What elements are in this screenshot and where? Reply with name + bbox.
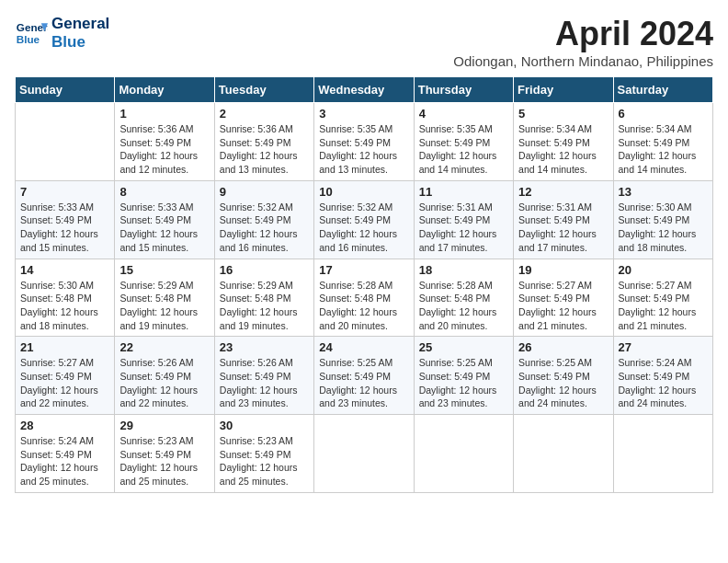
- day-number: 4: [419, 107, 508, 121]
- header-cell-monday: Monday: [115, 77, 214, 103]
- calendar-cell: 29Sunrise: 5:23 AM Sunset: 5:49 PM Dayli…: [115, 415, 214, 493]
- calendar-cell: 1Sunrise: 5:36 AM Sunset: 5:49 PM Daylig…: [115, 103, 214, 181]
- calendar-cell: 22Sunrise: 5:26 AM Sunset: 5:49 PM Dayli…: [115, 337, 214, 415]
- day-info: Sunrise: 5:26 AM Sunset: 5:49 PM Dayligh…: [220, 356, 309, 410]
- day-info: Sunrise: 5:28 AM Sunset: 5:48 PM Dayligh…: [319, 279, 408, 333]
- calendar-cell: 25Sunrise: 5:25 AM Sunset: 5:49 PM Dayli…: [414, 337, 513, 415]
- day-info: Sunrise: 5:36 AM Sunset: 5:49 PM Dayligh…: [119, 122, 209, 177]
- calendar-cell: 12Sunrise: 5:31 AM Sunset: 5:49 PM Dayli…: [514, 180, 613, 259]
- calendar-cell: [514, 415, 613, 493]
- week-row-4: 21Sunrise: 5:27 AM Sunset: 5:49 PM Dayli…: [16, 337, 713, 415]
- day-number: 27: [619, 340, 708, 354]
- day-info: Sunrise: 5:31 AM Sunset: 5:49 PM Dayligh…: [419, 201, 508, 255]
- calendar-cell: 15Sunrise: 5:29 AM Sunset: 5:48 PM Dayli…: [115, 259, 214, 337]
- calendar-cell: 4Sunrise: 5:35 AM Sunset: 5:49 PM Daylig…: [414, 103, 513, 181]
- calendar-title: April 2024: [453, 15, 713, 53]
- day-number: 1: [119, 107, 209, 121]
- day-number: 5: [518, 107, 608, 121]
- calendar-table: SundayMondayTuesdayWednesdayThursdayFrid…: [15, 76, 713, 493]
- calendar-cell: 30Sunrise: 5:23 AM Sunset: 5:49 PM Dayli…: [214, 415, 313, 493]
- day-info: Sunrise: 5:27 AM Sunset: 5:49 PM Dayligh…: [619, 279, 708, 333]
- day-number: 25: [419, 340, 508, 354]
- day-info: Sunrise: 5:30 AM Sunset: 5:49 PM Dayligh…: [619, 201, 708, 255]
- calendar-body: 1Sunrise: 5:36 AM Sunset: 5:49 PM Daylig…: [16, 103, 713, 493]
- header-cell-sunday: Sunday: [16, 77, 115, 103]
- day-info: Sunrise: 5:29 AM Sunset: 5:48 PM Dayligh…: [220, 279, 309, 333]
- week-row-1: 1Sunrise: 5:36 AM Sunset: 5:49 PM Daylig…: [16, 103, 713, 181]
- day-info: Sunrise: 5:27 AM Sunset: 5:49 PM Dayligh…: [20, 356, 109, 410]
- week-row-3: 14Sunrise: 5:30 AM Sunset: 5:48 PM Dayli…: [16, 259, 713, 337]
- logo: General Blue General Blue: [15, 15, 109, 52]
- calendar-cell: 21Sunrise: 5:27 AM Sunset: 5:49 PM Dayli…: [16, 337, 115, 415]
- day-number: 7: [20, 185, 109, 199]
- calendar-cell: 9Sunrise: 5:32 AM Sunset: 5:49 PM Daylig…: [214, 180, 313, 259]
- calendar-cell: [613, 415, 712, 493]
- day-number: 14: [20, 263, 109, 277]
- day-info: Sunrise: 5:23 AM Sunset: 5:49 PM Dayligh…: [119, 434, 209, 488]
- day-info: Sunrise: 5:31 AM Sunset: 5:49 PM Dayligh…: [518, 201, 608, 255]
- day-number: 12: [518, 185, 608, 199]
- day-info: Sunrise: 5:35 AM Sunset: 5:49 PM Dayligh…: [319, 122, 408, 177]
- day-number: 30: [220, 419, 309, 432]
- day-info: Sunrise: 5:29 AM Sunset: 5:48 PM Dayligh…: [119, 279, 209, 333]
- calendar-cell: 2Sunrise: 5:36 AM Sunset: 5:49 PM Daylig…: [214, 103, 313, 181]
- day-number: 24: [319, 340, 408, 354]
- calendar-cell: 19Sunrise: 5:27 AM Sunset: 5:49 PM Dayli…: [514, 259, 613, 337]
- day-number: 28: [20, 419, 109, 432]
- day-number: 9: [220, 185, 309, 199]
- calendar-cell: 14Sunrise: 5:30 AM Sunset: 5:48 PM Dayli…: [16, 259, 115, 337]
- day-number: 26: [518, 340, 608, 354]
- calendar-cell: 20Sunrise: 5:27 AM Sunset: 5:49 PM Dayli…: [613, 259, 712, 337]
- day-number: 20: [619, 263, 708, 277]
- day-info: Sunrise: 5:23 AM Sunset: 5:49 PM Dayligh…: [220, 434, 309, 488]
- day-number: 11: [419, 185, 508, 199]
- calendar-cell: 3Sunrise: 5:35 AM Sunset: 5:49 PM Daylig…: [314, 103, 414, 181]
- calendar-cell: [314, 415, 414, 493]
- calendar-header-row: SundayMondayTuesdayWednesdayThursdayFrid…: [16, 77, 713, 103]
- day-info: Sunrise: 5:33 AM Sunset: 5:49 PM Dayligh…: [20, 201, 109, 255]
- day-number: 8: [119, 185, 209, 199]
- day-info: Sunrise: 5:25 AM Sunset: 5:49 PM Dayligh…: [518, 356, 608, 410]
- calendar-cell: 23Sunrise: 5:26 AM Sunset: 5:49 PM Dayli…: [214, 337, 313, 415]
- svg-text:Blue: Blue: [17, 33, 40, 45]
- day-number: 3: [319, 107, 408, 121]
- day-info: Sunrise: 5:32 AM Sunset: 5:49 PM Dayligh…: [319, 201, 408, 255]
- day-info: Sunrise: 5:32 AM Sunset: 5:49 PM Dayligh…: [220, 201, 309, 255]
- day-number: 29: [119, 419, 209, 432]
- calendar-cell: 8Sunrise: 5:33 AM Sunset: 5:49 PM Daylig…: [115, 180, 214, 259]
- day-info: Sunrise: 5:24 AM Sunset: 5:49 PM Dayligh…: [619, 356, 708, 410]
- calendar-subtitle: Odiongan, Northern Mindanao, Philippines: [453, 53, 713, 69]
- day-number: 16: [220, 263, 309, 277]
- calendar-cell: 10Sunrise: 5:32 AM Sunset: 5:49 PM Dayli…: [314, 180, 414, 259]
- week-row-5: 28Sunrise: 5:24 AM Sunset: 5:49 PM Dayli…: [16, 415, 713, 493]
- header-cell-wednesday: Wednesday: [314, 77, 414, 103]
- day-number: 6: [619, 107, 708, 121]
- day-number: 22: [119, 340, 209, 354]
- week-row-2: 7Sunrise: 5:33 AM Sunset: 5:49 PM Daylig…: [16, 180, 713, 259]
- header-cell-tuesday: Tuesday: [214, 77, 313, 103]
- day-number: 21: [20, 340, 109, 354]
- day-info: Sunrise: 5:33 AM Sunset: 5:49 PM Dayligh…: [119, 201, 209, 255]
- calendar-cell: 27Sunrise: 5:24 AM Sunset: 5:49 PM Dayli…: [613, 337, 712, 415]
- day-info: Sunrise: 5:36 AM Sunset: 5:49 PM Dayligh…: [220, 122, 309, 177]
- day-number: 13: [619, 185, 708, 199]
- day-info: Sunrise: 5:25 AM Sunset: 5:49 PM Dayligh…: [419, 356, 508, 410]
- day-info: Sunrise: 5:34 AM Sunset: 5:49 PM Dayligh…: [619, 122, 708, 177]
- calendar-cell: 13Sunrise: 5:30 AM Sunset: 5:49 PM Dayli…: [613, 180, 712, 259]
- calendar-cell: 24Sunrise: 5:25 AM Sunset: 5:49 PM Dayli…: [314, 337, 414, 415]
- day-number: 2: [220, 107, 309, 121]
- logo-icon: General Blue: [15, 17, 48, 50]
- calendar-cell: [16, 103, 115, 181]
- header: General Blue General Blue April 2024 Odi…: [15, 15, 713, 69]
- calendar-cell: 18Sunrise: 5:28 AM Sunset: 5:48 PM Dayli…: [414, 259, 513, 337]
- calendar-cell: 17Sunrise: 5:28 AM Sunset: 5:48 PM Dayli…: [314, 259, 414, 337]
- header-cell-friday: Friday: [514, 77, 613, 103]
- day-number: 19: [518, 263, 608, 277]
- calendar-cell: 26Sunrise: 5:25 AM Sunset: 5:49 PM Dayli…: [514, 337, 613, 415]
- day-info: Sunrise: 5:35 AM Sunset: 5:49 PM Dayligh…: [419, 122, 508, 177]
- day-info: Sunrise: 5:27 AM Sunset: 5:49 PM Dayligh…: [518, 279, 608, 333]
- title-block: April 2024 Odiongan, Northern Mindanao, …: [453, 15, 713, 69]
- header-cell-thursday: Thursday: [414, 77, 513, 103]
- day-info: Sunrise: 5:24 AM Sunset: 5:49 PM Dayligh…: [20, 434, 109, 488]
- day-info: Sunrise: 5:34 AM Sunset: 5:49 PM Dayligh…: [518, 122, 608, 177]
